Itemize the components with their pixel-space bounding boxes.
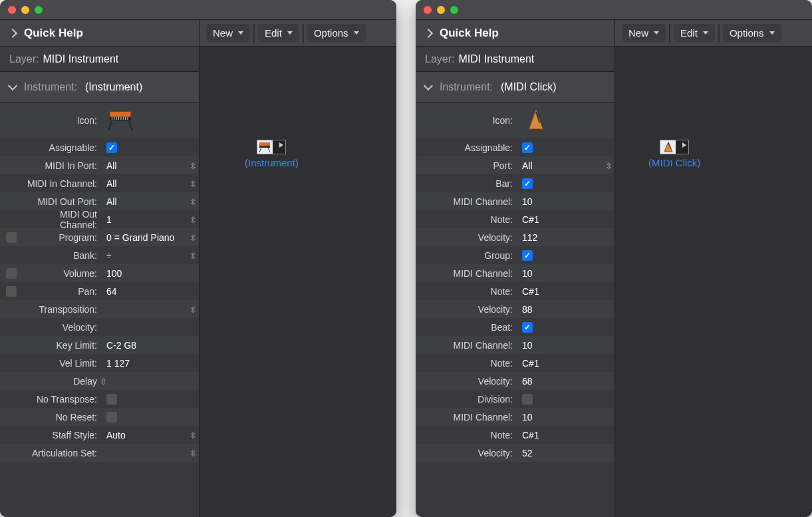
layer-value: MIDI Instrument xyxy=(458,53,534,65)
checkbox-off-icon[interactable] xyxy=(106,412,117,423)
prop-volume[interactable]: Volume: 100 xyxy=(0,264,199,282)
prop-bank[interactable]: Bank: ÷ xyxy=(0,246,199,264)
titlebar xyxy=(416,0,812,20)
prop-articulation-set[interactable]: Articulation Set: xyxy=(0,444,199,462)
prop-assignable[interactable]: Assignable: xyxy=(416,138,614,156)
stepper-icon[interactable] xyxy=(190,196,197,207)
prop-midi-in-port[interactable]: MIDI In Port: All xyxy=(0,156,199,174)
minimize-icon[interactable] xyxy=(21,6,29,14)
prop-midi-channel-1[interactable]: MIDI Channel: 10 xyxy=(416,192,614,210)
stepper-icon[interactable] xyxy=(190,178,197,189)
checkbox-on-icon[interactable] xyxy=(106,142,117,153)
prop-bar[interactable]: Bar: xyxy=(416,174,614,192)
stepper-icon[interactable] xyxy=(190,448,197,458)
prop-note-3[interactable]: Note: C#1 xyxy=(416,354,614,372)
close-icon[interactable] xyxy=(424,6,432,14)
svg-line-15 xyxy=(259,148,261,152)
checkbox-off-icon[interactable] xyxy=(522,394,533,405)
checkbox-off-icon[interactable] xyxy=(6,286,17,297)
prop-velocity-1[interactable]: Velocity: 112 xyxy=(416,228,614,246)
prop-group[interactable]: Group: xyxy=(416,246,614,264)
caret-down-icon xyxy=(654,31,659,35)
layer-row[interactable]: Layer: MIDI Instrument xyxy=(416,47,614,72)
checkbox-off-icon[interactable] xyxy=(6,268,17,279)
zoom-icon[interactable] xyxy=(450,6,458,14)
prop-velocity-3[interactable]: Velocity: 68 xyxy=(416,372,614,390)
environment-canvas: New Edit Options xyxy=(200,20,396,517)
prop-delay[interactable]: Delay xyxy=(0,372,199,390)
prop-midi-out-channel[interactable]: MIDI Out Channel: 1 xyxy=(0,210,199,228)
edit-menu[interactable]: Edit xyxy=(674,24,715,42)
layer-value: MIDI Instrument xyxy=(43,53,118,65)
prop-midi-in-channel[interactable]: MIDI In Channel: All xyxy=(0,174,199,192)
prop-midi-channel-4[interactable]: MIDI Channel: 10 xyxy=(416,408,614,426)
stepper-icon[interactable] xyxy=(100,377,107,387)
stepper-icon[interactable] xyxy=(190,214,197,225)
prop-note-2[interactable]: Note: C#1 xyxy=(416,282,614,300)
prop-no-reset[interactable]: No Reset: xyxy=(0,408,199,426)
instrument-object[interactable]: (Instrument) xyxy=(245,140,299,168)
prop-transposition[interactable]: Transposition: xyxy=(0,300,199,318)
prop-midi-channel-3[interactable]: MIDI Channel: 10 xyxy=(416,336,614,354)
prop-beat[interactable]: Beat: xyxy=(416,318,614,336)
prop-division[interactable]: Division: xyxy=(416,390,614,408)
object-thumb xyxy=(660,140,689,154)
quick-help-header[interactable]: Quick Help xyxy=(0,20,199,47)
titlebar xyxy=(0,0,396,20)
instrument-header[interactable]: Instrument: (MIDI Click) xyxy=(416,72,614,102)
stepper-icon[interactable] xyxy=(190,304,197,315)
checkbox-off-icon[interactable] xyxy=(106,394,117,405)
prop-icon[interactable]: Icon: xyxy=(416,102,614,138)
midi-click-object[interactable]: (MIDI Click) xyxy=(648,140,700,168)
close-icon[interactable] xyxy=(8,6,16,14)
object-thumb xyxy=(257,140,286,154)
chevron-down-icon xyxy=(8,81,17,90)
checkbox-on-icon[interactable] xyxy=(522,178,533,189)
canvas-area[interactable]: (Instrument) xyxy=(200,47,396,517)
zoom-icon[interactable] xyxy=(35,6,43,14)
options-menu[interactable]: Options xyxy=(723,24,781,42)
arrow-right-icon xyxy=(682,142,686,148)
stepper-icon[interactable] xyxy=(190,430,197,440)
checkbox-off-icon[interactable] xyxy=(6,232,17,243)
stepper-icon[interactable] xyxy=(190,160,197,171)
checkbox-on-icon[interactable] xyxy=(522,250,533,261)
prop-velocity-4[interactable]: Velocity: 52 xyxy=(416,444,614,462)
minimize-icon[interactable] xyxy=(437,6,445,14)
prop-assignable[interactable]: Assignable: xyxy=(0,138,199,156)
prop-no-transpose[interactable]: No Transpose: xyxy=(0,390,199,408)
prop-port[interactable]: Port: All xyxy=(416,156,614,174)
prop-staff-style[interactable]: Staff Style: Auto xyxy=(0,426,199,444)
svg-rect-18 xyxy=(529,129,543,132)
svg-line-16 xyxy=(268,148,270,152)
instrument-header[interactable]: Instrument: (Instrument) xyxy=(0,72,199,102)
checkbox-on-icon[interactable] xyxy=(522,322,533,333)
prop-midi-out-port[interactable]: MIDI Out Port: All xyxy=(0,192,199,210)
prop-vel-limit[interactable]: Vel Limit: 1 127 xyxy=(0,354,199,372)
prop-icon[interactable]: Icon: xyxy=(0,102,199,138)
label: Icon: xyxy=(23,115,100,126)
stepper-icon[interactable] xyxy=(190,232,197,243)
prop-key-limit[interactable]: Key Limit: C-2 G8 xyxy=(0,336,199,354)
object-caption: (Instrument) xyxy=(245,157,299,168)
prop-midi-channel-2[interactable]: MIDI Channel: 10 xyxy=(416,264,614,282)
canvas-toolbar: New Edit Options xyxy=(615,20,812,47)
new-menu[interactable]: New xyxy=(206,24,250,42)
prop-pan[interactable]: Pan: 64 xyxy=(0,282,199,300)
new-menu[interactable]: New xyxy=(622,24,666,42)
prop-velocity[interactable]: Velocity: xyxy=(0,318,199,336)
prop-velocity-2[interactable]: Velocity: 88 xyxy=(416,300,614,318)
window-instrument: Quick Help Layer: MIDI Instrument Instru… xyxy=(0,0,396,517)
canvas-area[interactable]: (MIDI Click) xyxy=(615,47,812,517)
prop-note-4[interactable]: Note: C#1 xyxy=(416,426,614,444)
options-menu[interactable]: Options xyxy=(307,24,366,42)
prop-note-1[interactable]: Note: C#1 xyxy=(416,210,614,228)
quick-help-header[interactable]: Quick Help xyxy=(416,20,614,47)
stepper-icon[interactable] xyxy=(605,160,612,171)
edit-menu[interactable]: Edit xyxy=(258,24,299,42)
caret-down-icon xyxy=(354,31,359,35)
layer-row[interactable]: Layer: MIDI Instrument xyxy=(0,47,199,72)
prop-program[interactable]: Program: 0 = Grand Piano xyxy=(0,228,199,246)
stepper-icon[interactable] xyxy=(190,250,197,261)
checkbox-on-icon[interactable] xyxy=(522,142,533,153)
